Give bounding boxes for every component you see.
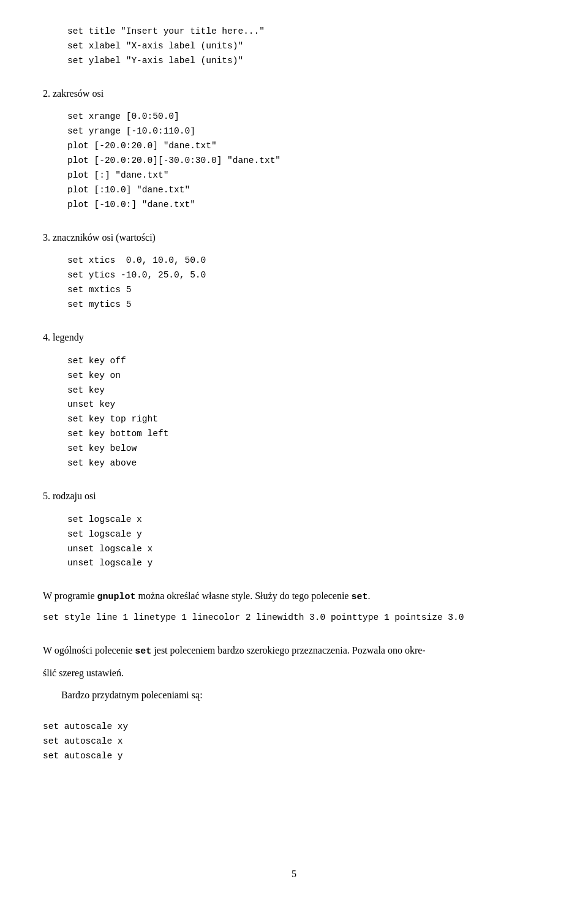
s2-code-6: plot [-10.0:] "dane.txt"	[67, 198, 545, 213]
section3-heading: 3. znaczników osi (wartości)	[43, 230, 545, 246]
s3-code-3: set mytics 5	[67, 298, 545, 312]
s3-code-2: set mxtics 5	[67, 283, 545, 298]
final-code-2: set autoscale y	[43, 749, 545, 764]
s2-code-2: plot [-20.0:20.0] "dane.txt"	[67, 139, 545, 154]
s4-code-3: unset key	[67, 398, 545, 412]
section-rodzaju-osi: 5. rodzaju osi set logscale x set logsca…	[43, 488, 545, 571]
para1-after: można określać własne style. Służy do te…	[136, 590, 352, 601]
final-code-section: set autoscale xy set autoscale x set aut…	[43, 720, 545, 764]
section5-heading: 5. rodzaju osi	[43, 488, 545, 504]
set-keyword: set	[351, 592, 368, 602]
s4-code-2: set key	[67, 383, 545, 398]
ylabel-code-line: set ylabel "Y-axis label (units)"	[67, 54, 545, 69]
page: set title "Insert your title here..." se…	[0, 0, 588, 898]
para2-after: jest poleceniem bardzo szerokiego przezn…	[151, 645, 425, 655]
set-line2: ślić szereg ustawień.	[43, 665, 545, 681]
s4-code-0: set key off	[67, 354, 545, 369]
s2-code-5: plot [:10.0] "dane.txt"	[67, 183, 545, 198]
xlabel-code-line: set xlabel "X-axis label (units)"	[67, 39, 545, 54]
para2-before: W ogólności polecenie	[43, 645, 135, 655]
set-keyword2: set	[135, 646, 151, 657]
title-section: set title "Insert your title here..." se…	[43, 25, 545, 69]
section4-heading: 4. legendy	[43, 330, 545, 345]
s4-code-4: set key top right	[67, 412, 545, 427]
s4-code-5: set key bottom left	[67, 427, 545, 442]
gnuplot-style-section: W programie gnuplot można określać własn…	[43, 588, 545, 625]
set-paragraph: W ogólności polecenie set jest polecenie…	[43, 643, 545, 659]
section-znacznikow-osi: 3. znaczników osi (wartości) set xtics 0…	[43, 230, 545, 312]
gnuplot-paragraph: W programie gnuplot można określać własn…	[43, 588, 545, 605]
s4-code-6: set key below	[67, 442, 545, 456]
s5-code-1: set logscale y	[67, 527, 545, 542]
final-code-1: set autoscale x	[43, 734, 545, 749]
s5-code-0: set logscale x	[67, 513, 545, 527]
s2-code-3: plot [-20.0:20.0][-30.0:30.0] "dane.txt"	[67, 154, 545, 168]
page-number: 5	[292, 869, 296, 880]
s3-code-1: set ytics -10.0, 25.0, 5.0	[67, 268, 545, 283]
s3-code-0: set xtics 0.0, 10.0, 50.0	[67, 254, 545, 268]
para1-before: W programie	[43, 590, 97, 601]
s2-code-0: set xrange [0.0:50.0]	[67, 110, 545, 124]
section-zakresow-osi: 2. zakresów osi set xrange [0.0:50.0] se…	[43, 86, 545, 213]
gnuplot-keyword: gnuplot	[97, 592, 136, 602]
set-line3: Bardzo przydatnym poleceniami są:	[43, 687, 545, 703]
section2-heading: 2. zakresów osi	[43, 86, 545, 102]
s5-code-3: unset logscale y	[67, 556, 545, 571]
para1-end: .	[368, 590, 370, 601]
s2-code-1: set yrange [-10.0:110.0]	[67, 124, 545, 139]
s2-code-4: plot [:] "dane.txt"	[67, 168, 545, 183]
style-line-code: set style line 1 linetype 1 linecolor 2 …	[43, 611, 545, 625]
section-legendy: 4. legendy set key off set key on set ke…	[43, 330, 545, 471]
set-description-section: W ogólności polecenie set jest polecenie…	[43, 643, 545, 703]
title-code-block: set title "Insert your title here..."	[67, 25, 545, 39]
final-code-0: set autoscale xy	[43, 720, 545, 734]
s4-code-1: set key on	[67, 369, 545, 383]
s5-code-2: unset logscale x	[67, 542, 545, 557]
s4-code-7: set key above	[67, 456, 545, 471]
